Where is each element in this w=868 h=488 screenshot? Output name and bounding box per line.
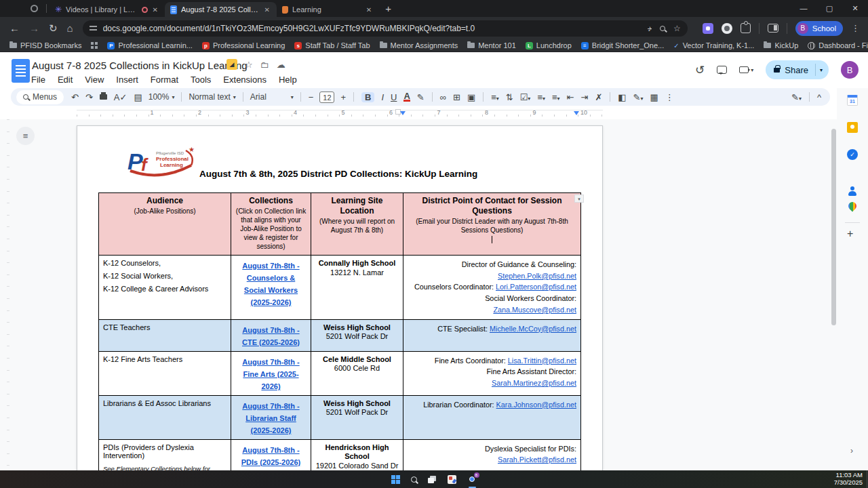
- bookmark-item[interactable]: PFISD Bookmarks: [9, 41, 81, 49]
- paint-format-icon[interactable]: ▤: [134, 92, 142, 102]
- bookmark-item[interactable]: Mentor 101: [467, 41, 516, 49]
- font-size-input[interactable]: 12: [319, 92, 334, 103]
- url-text[interactable]: docs.google.com/document/d/1nTkiYOz3MEmc…: [103, 24, 639, 33]
- spell-check-icon[interactable]: A✓: [114, 92, 127, 102]
- maximize-button[interactable]: ▢: [816, 0, 842, 17]
- chrome-taskbar-icon[interactable]: B: [467, 474, 477, 485]
- close-button[interactable]: ✕: [842, 0, 868, 17]
- bold-button[interactable]: B: [361, 92, 374, 102]
- new-tab-button[interactable]: +: [385, 3, 391, 14]
- increase-indent-icon[interactable]: ⇥: [581, 92, 589, 102]
- task-view-icon[interactable]: [428, 476, 437, 483]
- highlight-color-icon[interactable]: ✎: [417, 92, 425, 102]
- tab-close-icon[interactable]: ✕: [151, 6, 159, 14]
- font-select[interactable]: Arial▾: [250, 92, 294, 102]
- text-color-button[interactable]: A: [403, 92, 410, 102]
- tab-loom[interactable]: ✳ Videos | Library | Loom ✕: [50, 2, 165, 17]
- line-spacing-icon[interactable]: ⇅: [506, 92, 513, 102]
- clear-formatting-icon[interactable]: ✗: [595, 92, 602, 102]
- tab-close-icon[interactable]: ✕: [365, 6, 373, 14]
- contact-email-link[interactable]: Stephen.Polk@pfisd.net: [498, 272, 576, 280]
- pinned-app-icon[interactable]: [448, 475, 456, 484]
- editing-mode-button[interactable]: ✎▾: [791, 92, 802, 102]
- tab-muted-icon[interactable]: ♪: [648, 24, 652, 33]
- align-icon[interactable]: ≡▾: [491, 92, 499, 102]
- forward-button[interactable]: →: [29, 22, 39, 34]
- menu-help[interactable]: Help: [279, 75, 297, 85]
- collection-link[interactable]: August 7th-8th - Fine Arts (2025-2026): [242, 358, 299, 390]
- undo-icon[interactable]: ↶: [71, 92, 79, 102]
- comments-icon[interactable]: [717, 66, 727, 74]
- yellow-marker-icon[interactable]: ◢: [226, 59, 237, 70]
- tab-learning[interactable]: Learning ✕: [277, 2, 378, 17]
- right-indent-marker[interactable]: [574, 111, 579, 118]
- minimize-button[interactable]: —: [791, 0, 816, 17]
- maps-icon[interactable]: [847, 201, 859, 212]
- menus-search-button[interactable]: Menus: [16, 90, 64, 104]
- taskbar-search-icon[interactable]: [411, 476, 417, 483]
- extensions-menu-icon[interactable]: [741, 23, 751, 33]
- print-icon[interactable]: [100, 94, 107, 100]
- zoom-select[interactable]: 100%▾: [149, 92, 175, 102]
- contact-email-link[interactable]: Zana.Muscove@pfisd.net: [493, 306, 576, 314]
- add-addon-icon[interactable]: +: [847, 228, 853, 240]
- share-dropdown-icon[interactable]: ▾: [820, 67, 823, 73]
- decrease-indent-icon[interactable]: ⇤: [567, 92, 574, 102]
- zoom-page-icon[interactable]: [660, 24, 665, 33]
- meet-call-button[interactable]: ▾: [739, 66, 753, 73]
- bookmark-star-icon[interactable]: ☆: [673, 24, 681, 33]
- bookmark-item[interactable]: ≡Bridgit Shorter_One...: [581, 41, 664, 49]
- version-history-icon[interactable]: ↺: [695, 63, 705, 77]
- google-docs-icon[interactable]: [12, 59, 30, 83]
- bookmark-item[interactable]: KickUp: [764, 41, 798, 49]
- calendar-icon[interactable]: 31: [847, 95, 858, 106]
- font-size-increase-icon[interactable]: +: [340, 92, 346, 102]
- table-border-icon[interactable]: ▦: [650, 92, 658, 102]
- pinned-tab-record-icon[interactable]: [31, 5, 38, 12]
- menu-edit[interactable]: Edit: [58, 75, 73, 85]
- keep-icon[interactable]: [847, 122, 858, 133]
- menu-format[interactable]: Format: [151, 75, 178, 85]
- menu-file[interactable]: File: [31, 75, 45, 85]
- bookmark-item[interactable]: sStaff Tab / Staff Tab: [294, 41, 370, 49]
- checklist-icon[interactable]: ☑▾: [520, 92, 531, 102]
- cloud-save-status-icon[interactable]: ☁: [277, 60, 285, 70]
- menu-insert[interactable]: Insert: [116, 75, 138, 85]
- tasks-icon[interactable]: ✓: [847, 149, 858, 160]
- tab-docs-active[interactable]: August 7-8 2025 Collections in ✕: [165, 2, 277, 17]
- profile-chip[interactable]: B School: [795, 21, 843, 36]
- menu-view[interactable]: View: [85, 75, 104, 85]
- paragraph-style-select[interactable]: Normal text▾: [189, 92, 235, 102]
- contact-email-link[interactable]: Sarah.Martinez@pfisd.net: [492, 379, 576, 387]
- left-indent-marker[interactable]: [400, 111, 406, 118]
- add-comment-icon[interactable]: ⊞: [453, 92, 460, 102]
- bookmark-item[interactable]: ✓Vector Training, K-1...: [673, 41, 754, 49]
- site-info-icon[interactable]: [90, 25, 97, 31]
- document-title[interactable]: August 7-8 2025 Collections in KickUp Le…: [32, 60, 248, 71]
- font-size-decrease-icon[interactable]: −: [309, 92, 314, 102]
- underline-button[interactable]: U: [391, 92, 397, 102]
- collection-link[interactable]: August 7th-8th - Counselors & Social Wor…: [242, 262, 299, 306]
- address-bar[interactable]: docs.google.com/document/d/1nTkiYOz3MEmc…: [83, 20, 688, 37]
- bookmark-item[interactable]: Mentor Assignments: [380, 41, 458, 49]
- share-button[interactable]: Share ▾: [766, 60, 829, 79]
- numbered-list-icon[interactable]: ≡▾: [552, 92, 560, 102]
- back-button[interactable]: ←: [9, 22, 20, 34]
- contact-email-link[interactable]: Michelle.McCoy@pfisd.net: [490, 325, 576, 333]
- extension-icon[interactable]: [722, 23, 732, 34]
- collapse-toolbar-icon[interactable]: ^: [817, 92, 821, 102]
- bookmark-item[interactable]: PProfessional Learnin...: [107, 41, 192, 49]
- insert-link-icon[interactable]: ∞: [440, 92, 446, 102]
- bookmark-item[interactable]: pProfessional Learning: [202, 41, 285, 49]
- taskbar-clock[interactable]: 11:03 AM 7/30/2025: [834, 472, 863, 487]
- home-button[interactable]: ⌂: [67, 22, 73, 34]
- bulleted-list-icon[interactable]: ≡▾: [537, 92, 545, 102]
- menu-tools[interactable]: Tools: [191, 75, 211, 85]
- reload-button[interactable]: ↻: [49, 22, 58, 35]
- user-avatar[interactable]: B: [841, 61, 859, 79]
- bookmark-item[interactable]: LLunchdrop: [526, 41, 572, 49]
- document-scrollbar[interactable]: [831, 129, 836, 325]
- contact-email-link[interactable]: Lori.Patterson@pfisd.net: [496, 283, 576, 291]
- contact-email-link[interactable]: Kara.Johnson@pfisd.net: [496, 401, 576, 409]
- document-outline-icon[interactable]: ≡: [16, 127, 35, 145]
